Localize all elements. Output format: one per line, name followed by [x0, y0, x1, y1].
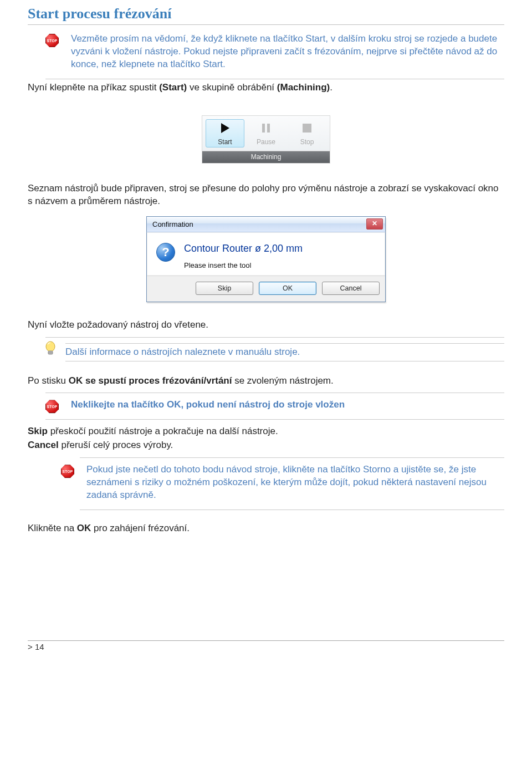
- warning-block-1: Vezměte prosím na vědomí, že když klikne…: [45, 33, 504, 77]
- toolbar-group-label: Machining: [202, 151, 330, 163]
- close-icon[interactable]: ✕: [366, 218, 383, 230]
- warning-text-3: Pokud jste nečetl do tohoto bodu návod s…: [86, 463, 504, 502]
- text-fragment: se zvoleným nástrojem.: [232, 375, 333, 386]
- dialog-sub-message: Please insert the tool: [184, 261, 303, 269]
- divider: [65, 343, 504, 344]
- text-bold: (Start): [159, 82, 187, 93]
- stop-icon: [61, 465, 74, 478]
- warning-block-2: Neklikejte na tlačítko OK, pokud není ná…: [45, 399, 504, 417]
- stop-icon: [45, 34, 59, 47]
- lightbulb-icon: [44, 341, 57, 358]
- text-fragment: přeruší celý proces výroby.: [59, 440, 173, 450]
- instruction-1: Nyní klepněte na příkaz spustit (Start) …: [28, 81, 504, 94]
- question-icon: ?: [156, 243, 176, 269]
- page-title: Start procesu frézování: [28, 6, 504, 22]
- divider: [80, 457, 504, 458]
- start-button[interactable]: Start: [206, 119, 244, 147]
- paragraph-7: Klikněte na OK pro zahájení frézování.: [28, 522, 504, 535]
- text-bold: OK: [77, 523, 91, 533]
- divider: [45, 419, 504, 420]
- warning-block-3: Pokud jste nečetl do tohoto bodu návod s…: [61, 463, 504, 507]
- confirmation-dialog: Confirmation ✕ ? Contour Router ø 2,00 m…: [146, 217, 386, 302]
- warning-text-1: Vezměte prosím na vědomí, že když klikne…: [71, 33, 504, 71]
- text-fragment: .: [330, 82, 332, 93]
- ok-button[interactable]: OK: [259, 282, 316, 295]
- page-footer: > 14: [28, 640, 504, 651]
- stop-button[interactable]: Stop: [288, 119, 326, 147]
- divider: [65, 361, 504, 361]
- start-label: Start: [218, 138, 232, 146]
- cancel-button[interactable]: Cancel: [322, 282, 380, 295]
- svg-rect-1: [262, 124, 265, 133]
- divider: [45, 393, 504, 393]
- divider: [80, 510, 504, 510]
- dialog-main-message: Contour Router ø 2,00 mm: [184, 243, 303, 254]
- pause-label: Pause: [257, 138, 275, 146]
- warning-text-2: Neklikejte na tlačítko OK, pokud není ná…: [71, 399, 345, 411]
- svg-marker-0: [221, 123, 229, 133]
- text-fragment: přeskočí použití nástroje a pokračuje na…: [48, 426, 278, 436]
- paragraph-2: Seznam nástrojů bude připraven, stroj se…: [28, 182, 504, 208]
- paragraph-6: Cancel přeruší celý proces výroby.: [28, 439, 504, 452]
- machining-toolbar: Start Pause Stop Machining: [202, 115, 330, 164]
- pause-icon: [248, 122, 284, 136]
- text-fragment: pro zahájení frézování.: [91, 523, 190, 533]
- page-number: > 14: [28, 642, 44, 651]
- stop-label: Stop: [300, 138, 314, 146]
- text-fragment: Klikněte na: [28, 523, 77, 533]
- stop-icon: [45, 400, 59, 413]
- text-fragment: ve skupině obrábění: [187, 82, 277, 93]
- divider: [45, 79, 504, 79]
- title-underline: [28, 24, 504, 25]
- svg-rect-2: [267, 124, 270, 133]
- text-bold: (Machining): [277, 82, 330, 93]
- pause-button[interactable]: Pause: [247, 119, 285, 147]
- text-bold: Skip: [28, 426, 48, 436]
- stop-square-icon: [289, 122, 325, 136]
- dialog-titlebar: Confirmation ✕: [146, 216, 386, 232]
- text-fragment: Po stisku: [28, 375, 69, 386]
- paragraph-3: Nyní vložte požadovaný nástroj do vřeten…: [28, 319, 504, 332]
- text-fragment: Nyní klepněte na příkaz spustit: [28, 82, 159, 93]
- svg-rect-3: [303, 124, 311, 133]
- tip-block: Další informace o nástrojích naleznete v…: [44, 341, 504, 364]
- play-icon: [207, 122, 243, 136]
- paragraph-4: Po stisku OK se spustí proces frézování/…: [28, 375, 504, 388]
- text-bold: Cancel: [28, 440, 59, 450]
- skip-button[interactable]: Skip: [196, 282, 253, 295]
- dialog-title-text: Confirmation: [152, 220, 193, 228]
- svg-rect-5: [48, 351, 53, 354]
- paragraph-5: Skip přeskočí použití nástroje a pokraču…: [28, 425, 504, 438]
- text-bold: OK se spustí proces frézování/vrtání: [69, 375, 232, 386]
- divider: [45, 337, 504, 338]
- tip-text: Další informace o nástrojích naleznete v…: [65, 346, 504, 359]
